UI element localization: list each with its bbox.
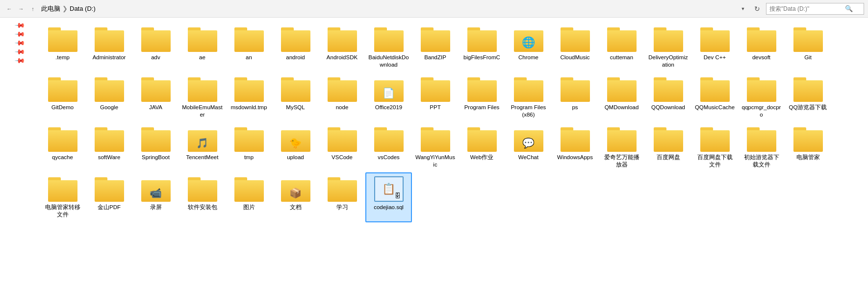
file-item[interactable]: ps	[552, 72, 598, 122]
file-icon	[328, 176, 357, 202]
file-icon	[95, 26, 124, 52]
file-item[interactable]: 电脑管家转移文件	[39, 172, 86, 222]
file-item[interactable]: ae	[179, 23, 226, 72]
file-icon	[48, 126, 77, 152]
nav-arrows: ← → ↑	[4, 3, 38, 14]
file-item[interactable]: 📹 录屏	[132, 172, 179, 222]
back-button[interactable]: ←	[4, 3, 15, 14]
file-item[interactable]: tmp	[226, 122, 272, 172]
file-item[interactable]: 📋 🗄 codejiao.sql	[365, 172, 412, 222]
file-item[interactable]: 🐤 upload	[272, 122, 319, 172]
file-item[interactable]: node	[319, 72, 365, 122]
file-item[interactable]: Dev C++	[691, 23, 738, 72]
file-item[interactable]: QQ游览器下载	[785, 72, 831, 122]
file-item[interactable]: adv	[132, 23, 179, 72]
file-item[interactable]: Program Files (x86)	[505, 72, 552, 122]
file-item[interactable]: WindowsApps	[552, 122, 598, 172]
file-item[interactable]: Google	[86, 72, 132, 122]
file-label: adv	[151, 54, 160, 61]
file-icon	[374, 26, 404, 52]
file-item[interactable]: qycache	[39, 122, 86, 172]
file-item[interactable]: 电脑管家	[785, 122, 831, 172]
file-icon	[48, 76, 77, 102]
file-icon	[328, 26, 357, 52]
file-item[interactable]: 百度网盘	[645, 122, 691, 172]
file-item[interactable]: CloudMusic	[552, 23, 598, 72]
file-label: SpringBoot	[142, 154, 170, 161]
file-item[interactable]: 软件安装包	[179, 172, 226, 222]
file-item[interactable]: DeliveryOptimization	[645, 23, 691, 72]
file-item[interactable]: 🎵 TencentMeet	[179, 122, 226, 172]
file-label: Administrator	[93, 54, 126, 61]
file-item[interactable]: PPT	[412, 72, 459, 122]
file-item[interactable]: QQMusicCache	[691, 72, 738, 122]
search-icon: 🔍	[845, 5, 853, 12]
file-item[interactable]: 📦 文档	[272, 172, 319, 222]
file-item[interactable]: 图片	[226, 172, 272, 222]
file-item[interactable]: MySQL	[272, 72, 319, 122]
breadcrumb-pc[interactable]: 此电脑	[41, 4, 60, 13]
file-item[interactable]: .temp	[39, 23, 86, 72]
file-item[interactable]: GitDemo	[39, 72, 86, 122]
file-item[interactable]: 百度网盘下载文件	[691, 122, 738, 172]
file-icon	[467, 126, 497, 152]
search-box[interactable]: 🔍	[766, 3, 864, 15]
file-item[interactable]: android	[272, 23, 319, 72]
refresh-button[interactable]: ↻	[751, 3, 763, 15]
file-label: 百度网盘下载文件	[694, 154, 735, 168]
file-icon	[561, 126, 590, 152]
top-bar: ← → ↑ 此电脑 ❯ Data (D:) ▼ ↻ 🔍	[0, 0, 868, 18]
file-item[interactable]: 爱奇艺万能播放器	[598, 122, 645, 172]
file-item[interactable]: Git	[785, 23, 831, 72]
file-item[interactable]: WangYiYunMusic	[412, 122, 459, 172]
file-label: Program Files	[464, 104, 500, 111]
dropdown-button[interactable]: ▼	[738, 3, 748, 14]
file-label: node	[336, 104, 349, 111]
file-item[interactable]: 📄 Office2019	[365, 72, 412, 122]
file-grid: .temp Administrator adv ae an android	[39, 23, 863, 222]
file-item[interactable]: AndroidSDK	[319, 23, 365, 72]
file-item[interactable]: bigFilesFromC	[459, 23, 505, 72]
file-item[interactable]: BandZIP	[412, 23, 459, 72]
search-input[interactable]	[769, 5, 843, 12]
file-item[interactable]: QMDownload	[598, 72, 645, 122]
file-item[interactable]: Program Files	[459, 72, 505, 122]
pin-icon-5[interactable]: 📌	[14, 55, 25, 66]
file-icon	[234, 76, 264, 102]
file-label: 学习	[336, 204, 348, 211]
file-item[interactable]: devsoft	[738, 23, 785, 72]
file-item[interactable]: JAVA	[132, 72, 179, 122]
file-item[interactable]: BaiduNetdiskDownload	[365, 23, 412, 72]
forward-button[interactable]: →	[16, 3, 26, 14]
file-item[interactable]: softWare	[86, 122, 132, 172]
file-item[interactable]: Web作业	[459, 122, 505, 172]
file-icon: 📋 🗄	[374, 176, 404, 202]
file-item[interactable]: vsCodes	[365, 122, 412, 172]
file-item[interactable]: QQDownload	[645, 72, 691, 122]
file-item[interactable]: msdownld.tmp	[226, 72, 272, 122]
up-button[interactable]: ↑	[27, 3, 38, 14]
file-label: 文档	[290, 204, 302, 211]
file-icon	[561, 26, 590, 52]
file-item[interactable]: an	[226, 23, 272, 72]
file-item[interactable]: 金山PDF	[86, 172, 132, 222]
file-icon	[700, 26, 730, 52]
file-item[interactable]: qqpcmgr_docpro	[738, 72, 785, 122]
file-item[interactable]: 学习	[319, 172, 365, 222]
file-label: TencentMeet	[186, 154, 219, 161]
file-item[interactable]: 💬 WeChat	[505, 122, 552, 172]
file-label: MobileEmuMaster	[182, 104, 223, 119]
file-item[interactable]: SpringBoot	[132, 122, 179, 172]
file-item[interactable]: cutteman	[598, 23, 645, 72]
file-item[interactable]: MobileEmuMaster	[179, 72, 226, 122]
file-item[interactable]: VSCode	[319, 122, 365, 172]
file-item[interactable]: 初始游览器下载文件	[738, 122, 785, 172]
file-item[interactable]: Administrator	[86, 23, 132, 72]
file-icon: 🎵	[188, 126, 217, 152]
breadcrumb-drive[interactable]: Data (D:)	[70, 5, 96, 12]
file-icon	[607, 26, 637, 52]
file-label: qycache	[52, 154, 73, 161]
file-item[interactable]: 🌐 Chrome	[505, 23, 552, 72]
file-icon	[48, 26, 77, 52]
main-content: .temp Administrator adv ae an android	[39, 18, 868, 286]
